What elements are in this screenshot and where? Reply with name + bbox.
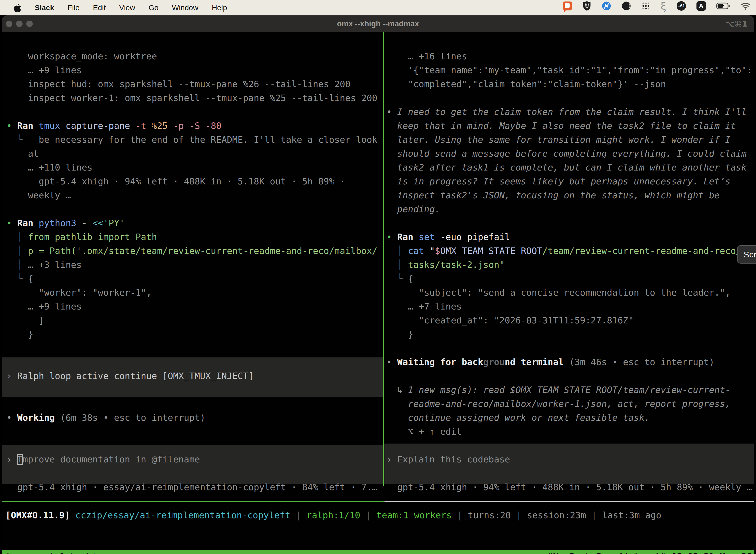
terminal-line (6, 439, 387, 452)
terminal-line: › Ralph loop active continue [OMX_TMUX_I… (6, 369, 387, 383)
terminal-line: inspect task2's JSON, focusing on the st… (386, 188, 754, 202)
menu-item-view[interactable]: View (119, 3, 135, 12)
screenshot-chip-label: Scre (744, 250, 756, 259)
terminal-line: } (6, 327, 387, 341)
terminal-line (386, 91, 754, 105)
terminal-line: └ be necessary for the end of the README… (6, 133, 387, 147)
terminal-line: '{"team_name":"my-team","task_id":"1","f… (386, 63, 754, 77)
menu-item-go[interactable]: Go (148, 3, 159, 12)
terminal-line: │ p = Path('.omx/state/team/review-curre… (6, 244, 387, 258)
terminal-line: } (386, 327, 754, 341)
menu-bar: Slack File Edit View Go Window Help ξ ..… (0, 0, 756, 15)
terminal-line: │ from pathlib import Path (6, 230, 387, 244)
terminal-line: › Improve documentation in @filename (6, 452, 387, 466)
terminal-line: gpt-5.4 xhigh · 94% left · 488K in · 5.1… (6, 174, 387, 188)
terminal-line: should send a message before completing … (386, 147, 754, 161)
terminal-line (6, 341, 387, 355)
grid-dots-icon[interactable] (641, 1, 650, 10)
terminal-line (6, 425, 387, 439)
omx-status-line: [OMX#0.11.9] cczip/essay/ai-reimplementa… (5, 508, 661, 522)
terminal-line: is in progress? It seems likely but perh… (386, 174, 754, 188)
terminal-line (386, 216, 754, 230)
menu-app-name[interactable]: Slack (35, 3, 54, 12)
terminal-line: readme-and-reco/mailbox/worker-1.json, a… (386, 397, 754, 411)
compass-icon[interactable] (602, 1, 611, 11)
pane-divider[interactable] (383, 32, 384, 486)
terminal-line (386, 369, 754, 383)
terminal-line (6, 105, 387, 119)
pie-icon[interactable] (622, 1, 631, 11)
tmux-session-label: [omx-cczip0:bash* (5, 550, 97, 554)
terminal-line: "completed","claim_token":"claim-token"}… (386, 77, 754, 91)
battery-icon[interactable] (716, 2, 730, 10)
terminal-line (386, 439, 754, 452)
terminal-content: workspace_mode: worktree … +9 lines insp… (2, 32, 754, 554)
terminal-line: └ { (386, 272, 754, 286)
terminal-line: inspect_hud: omx sparkshell --tmux-pane … (6, 77, 387, 91)
terminal-line (6, 202, 387, 216)
terminal-line (6, 355, 387, 369)
terminal-line: at (6, 147, 387, 161)
chat-icon[interactable] (563, 1, 572, 10)
menu-item-window[interactable]: Window (172, 3, 198, 12)
text-cursor: I (17, 454, 22, 464)
terminal-line: │ … +3 lines (6, 258, 387, 272)
inactive-pane-border (384, 501, 754, 502)
terminal-line: continue assigned work or next feasible … (386, 411, 754, 425)
terminal-line: "subject": "send a concise recommendatio… (386, 286, 754, 299)
terminal-line: inspect_worker-1: omx sparkshell --tmux-… (6, 91, 387, 105)
terminal-line (6, 383, 387, 397)
terminal-line (6, 397, 387, 411)
menu-item-file[interactable]: File (67, 3, 79, 12)
tmux-pane-hud[interactable]: … +16 lines '{"team_name":"my-team","tas… (384, 49, 754, 494)
terminal-line: later. Using the same for transition mig… (386, 133, 754, 147)
terminal-line: gpt-5.4 xhigh · essay/ai-reimplementatio… (6, 480, 387, 494)
terminal-line: … +7 lines (386, 299, 754, 314)
badge-61-icon[interactable]: ..61 (677, 1, 686, 11)
screenshot-chip[interactable]: Scre (737, 245, 756, 264)
terminal-window: omx --xhigh --madmax ⌥⌘1 workspace_mode:… (2, 15, 754, 554)
terminal-line: keep that in mind. Maybe I also need the… (386, 119, 754, 133)
letter-a-icon[interactable]: A (696, 1, 706, 11)
terminal-line: │ tasks/task-2.json" (386, 258, 754, 272)
shield-grid-icon[interactable] (582, 1, 591, 11)
squiggle-icon[interactable]: ξ (661, 0, 666, 12)
terminal-line: ↳ 1 new msg(s): read $OMX_TEAM_STATE_ROO… (386, 383, 754, 397)
terminal-line: │ cat "$OMX_TEAM_STATE_ROOT/team/review-… (386, 244, 754, 258)
menu-item-help[interactable]: Help (212, 3, 227, 12)
terminal-line: "worker": "worker-1", (6, 286, 387, 299)
terminal-line: • Waiting for background terminal (3m 46… (386, 355, 754, 369)
terminal-line: • Ran set -euo pipefail (386, 230, 754, 244)
terminal-line: ⌥ + ↑ edit (386, 425, 754, 439)
terminal-line (6, 466, 387, 480)
terminal-line: task2 after task1 is complete, but can I… (386, 161, 754, 174)
status-icon-tray: ξ ..61 A (563, 0, 751, 12)
terminal-line: › Explain this codebase (386, 452, 754, 466)
apple-logo-icon[interactable] (14, 3, 21, 12)
tmux-pane-worker[interactable]: workspace_mode: worktree … +9 lines insp… (2, 49, 387, 494)
terminal-line: • Ran tmux capture-pane -t %25 -p -S -80 (6, 119, 387, 133)
menu-item-edit[interactable]: Edit (93, 3, 106, 12)
terminal-line: … +9 lines (6, 299, 387, 314)
terminal-line: … +9 lines (6, 63, 387, 77)
terminal-line: └ { (6, 272, 387, 286)
terminal-line: • Ran python3 - <<'PY' (6, 216, 387, 230)
window-title: omx --xhigh --madmax (2, 15, 754, 32)
window-shortcut-badge: ⌥⌘1 (726, 15, 748, 32)
terminal-line: weekly … (6, 188, 387, 202)
terminal-line (386, 341, 754, 355)
terminal-line: … +16 lines (386, 49, 754, 63)
terminal-line: ] (6, 314, 387, 327)
terminal-line (386, 466, 754, 480)
tmux-host-clock: "MacBook-Pro-44.local" 05:03 31-Mar-26 (548, 550, 752, 554)
wifi-icon[interactable] (741, 2, 751, 10)
active-pane-border (2, 501, 384, 502)
terminal-line: pending. (386, 202, 754, 216)
terminal-line: … +110 lines (6, 161, 387, 174)
terminal-line: • I need to get the claim token from the… (386, 105, 754, 119)
terminal-line: workspace_mode: worktree (6, 49, 387, 63)
terminal-line: • Working (6m 38s • esc to interrupt) (6, 411, 387, 425)
terminal-line: gpt-5.4 xhigh · 94% left · 488K in · 5.1… (386, 480, 754, 494)
window-title-bar: omx --xhigh --madmax ⌥⌘1 (2, 15, 754, 32)
tmux-status-bar: [omx-cczip0:bash* "MacBook-Pro-44.local"… (2, 550, 754, 554)
